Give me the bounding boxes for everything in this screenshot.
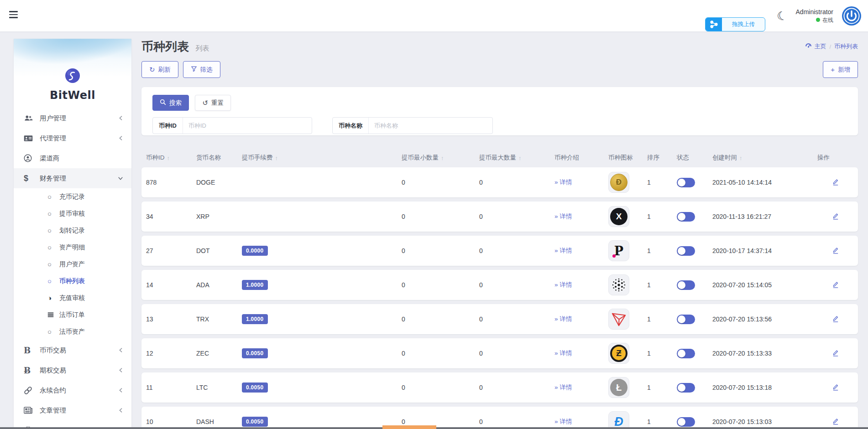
sidebar-item-options-trade[interactable]: Ƀ期权交易 xyxy=(14,360,131,380)
sidebar-item-user-management[interactable]: 用户管理 xyxy=(14,108,131,128)
sidebar-item-withdraw-review[interactable]: ○提币审核 xyxy=(14,205,131,222)
cell-coin-name: XRP xyxy=(196,213,242,220)
cell-withdraw-fee: 1.0000 xyxy=(242,314,402,324)
reset-icon: ↺ xyxy=(202,99,208,106)
user-avatar[interactable] xyxy=(842,6,862,26)
status-toggle[interactable] xyxy=(677,383,695,393)
column-header-5[interactable]: 提币最大数量↑ xyxy=(479,154,554,162)
column-header-1[interactable]: 币种ID↑ xyxy=(146,154,196,162)
coin-id-input[interactable] xyxy=(183,118,312,134)
cell-created-time: 2021-05-10 14:14:14 xyxy=(712,179,817,186)
sidebar-item-finance-management[interactable]: $财务管理 xyxy=(14,168,131,188)
status-toggle[interactable] xyxy=(677,178,695,187)
edit-icon[interactable] xyxy=(831,212,839,222)
edit-icon[interactable] xyxy=(831,246,839,256)
cell-coin-icon: P xyxy=(608,240,647,261)
detail-link[interactable]: » 详情 xyxy=(554,384,572,391)
user-circle-icon xyxy=(24,154,36,162)
column-label: 币种图标 xyxy=(608,154,633,162)
coin-icon-tile xyxy=(608,274,629,295)
filter-button[interactable]: 筛选 xyxy=(183,61,220,78)
add-button[interactable]: + 新增 xyxy=(823,61,858,78)
table-row: 13TRX1.000000» 详情12020-07-20 15:13:56 xyxy=(141,304,858,334)
status-toggle[interactable] xyxy=(677,315,695,324)
b-icon: B xyxy=(24,346,36,355)
edit-icon[interactable] xyxy=(831,315,839,324)
detail-link[interactable]: » 详情 xyxy=(554,281,572,288)
cell-withdraw-fee: 0.0050 xyxy=(242,382,402,393)
sidebar-item-asset-details[interactable]: ○资产明细 xyxy=(14,239,131,256)
sidebar-item-coin-trade[interactable]: B币币交易 xyxy=(14,340,131,360)
sidebar-item-transfer-records[interactable]: ○划转记录 xyxy=(14,222,131,239)
sidebar-item-fiat-orders[interactable]: 法币订单 xyxy=(14,306,131,323)
sidebar-item-perpetual-contract[interactable]: 永续合约 xyxy=(14,380,131,400)
status-toggle[interactable] xyxy=(677,417,695,427)
sidebar-subitem-label: 充值审核 xyxy=(59,294,85,302)
user-meta: Administrator 在线 xyxy=(796,8,833,24)
status-toggle[interactable] xyxy=(677,349,695,358)
edit-icon[interactable] xyxy=(831,280,839,290)
coin-name-input[interactable] xyxy=(369,118,492,134)
cell-withdraw-fee: 0.0050 xyxy=(242,348,402,358)
sidebar-item-label: 期权交易 xyxy=(40,366,118,375)
cell-status xyxy=(677,383,712,393)
detail-link[interactable]: » 详情 xyxy=(554,213,572,220)
status-toggle[interactable] xyxy=(677,212,695,222)
share-nodes-icon xyxy=(706,18,722,31)
sidebar-item-recharge-review[interactable]: ◑充值审核 xyxy=(14,289,131,306)
breadcrumb-separator: / xyxy=(829,43,831,50)
sidebar-item-deposit-records[interactable]: ○充币记录 xyxy=(14,188,131,205)
fee-badge: 1.0000 xyxy=(242,314,268,324)
sidebar-item-article-management[interactable]: 文章管理 xyxy=(14,400,131,420)
sidebar-item-channel-merchant[interactable]: 渠道商 xyxy=(14,148,131,168)
sort-arrow-icon[interactable]: ↑ xyxy=(167,155,170,161)
breadcrumb-home-link[interactable]: 主页 xyxy=(805,42,826,51)
sort-arrow-icon[interactable]: ↑ xyxy=(441,155,444,161)
cell-coin-intro: » 详情 xyxy=(554,418,608,426)
edit-icon[interactable] xyxy=(831,349,839,358)
breadcrumb-home-label: 主页 xyxy=(814,42,826,51)
column-header-3[interactable]: 提币手续费↑ xyxy=(242,154,402,162)
edit-icon[interactable] xyxy=(831,417,839,427)
breadcrumb-current[interactable]: 币种列表 xyxy=(834,42,858,51)
status-toggle[interactable] xyxy=(677,280,695,290)
sidebar-subitem-label: 提币审核 xyxy=(59,210,85,218)
cell-coin-id: 12 xyxy=(146,350,196,357)
sidebar-subitem-label: 法币订单 xyxy=(59,311,85,319)
cell-withdraw-min: 0 xyxy=(402,179,479,186)
reset-button[interactable]: ↺ 重置 xyxy=(195,95,231,111)
drag-upload-button[interactable]: 拖拽上传 xyxy=(705,17,765,31)
page-title: 币种列表 xyxy=(141,40,189,53)
cell-created-time: 2020-07-20 15:14:05 xyxy=(712,281,817,289)
cell-withdraw-max: 0 xyxy=(479,418,554,425)
detail-link[interactable]: » 详情 xyxy=(554,247,572,254)
cell-created-time: 2020-07-20 15:13:18 xyxy=(712,384,817,391)
horizontal-scrollbar-thumb[interactable] xyxy=(382,425,436,429)
column-header-10[interactable]: 创建时间↑ xyxy=(712,154,817,162)
sort-arrow-icon[interactable]: ↑ xyxy=(275,155,278,161)
sidebar-item-coin-list[interactable]: ○币种列表 xyxy=(14,273,131,289)
refresh-button[interactable]: ↻ 刷新 xyxy=(141,61,178,78)
sidebar-item-fiat-assets[interactable]: ○法币资产 xyxy=(14,323,131,340)
search-button[interactable]: 搜索 xyxy=(152,95,189,111)
hamburger-menu-icon[interactable] xyxy=(9,11,20,20)
cell-withdraw-min: 0 xyxy=(402,213,479,220)
detail-link[interactable]: » 详情 xyxy=(554,179,572,186)
toggle-knob xyxy=(678,247,685,255)
column-header-4[interactable]: 提币最小数量↑ xyxy=(402,154,479,162)
detail-link[interactable]: » 详情 xyxy=(554,315,572,322)
detail-link[interactable]: » 详情 xyxy=(554,350,572,357)
edit-icon[interactable] xyxy=(831,383,839,393)
detail-link[interactable]: » 详情 xyxy=(554,418,572,425)
sort-arrow-icon[interactable]: ↑ xyxy=(518,155,522,161)
cell-status xyxy=(677,178,712,187)
cell-coin-id: 27 xyxy=(146,247,196,254)
table-row: 14ADA1.000000» 详情12020-07-20 15:14:05 xyxy=(141,270,858,300)
status-toggle[interactable] xyxy=(677,246,695,256)
sidebar-item-user-assets[interactable]: ○用户资产 xyxy=(14,256,131,273)
sort-arrow-icon[interactable]: ↑ xyxy=(739,155,743,161)
dark-mode-moon-icon[interactable]: ☾ xyxy=(776,9,789,22)
sidebar-item-agent-management[interactable]: 代理管理 xyxy=(14,128,131,148)
filter-funnel-icon xyxy=(191,66,197,73)
edit-icon[interactable] xyxy=(831,178,839,187)
